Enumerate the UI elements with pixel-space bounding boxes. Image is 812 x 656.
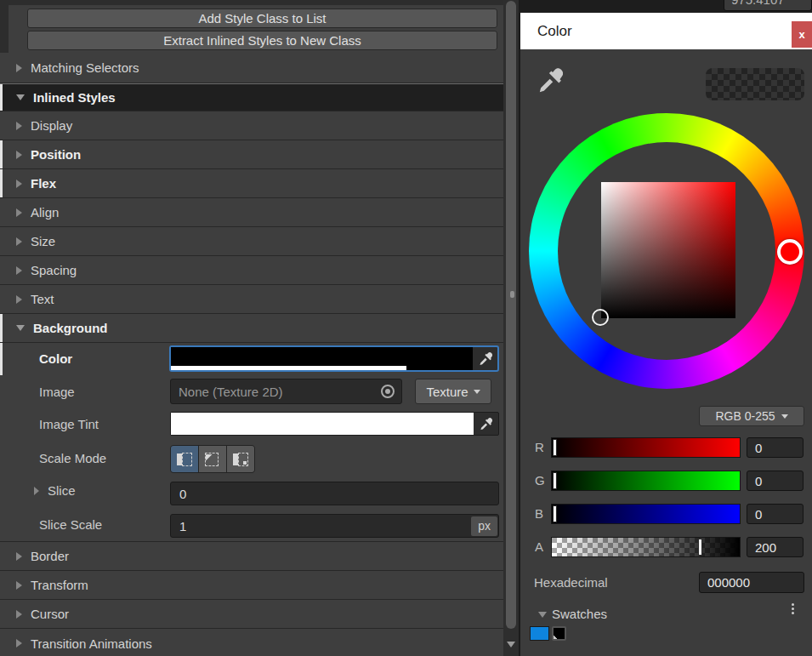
slice-scale-row: Slice Scale 1 px <box>0 510 503 542</box>
scrollbar-thumb[interactable] <box>506 1 516 629</box>
section-label: Cursor <box>31 607 69 621</box>
color-wheel[interactable] <box>529 113 804 389</box>
slider-thumb[interactable] <box>553 505 557 522</box>
add-style-class-button[interactable]: Add Style Class to List <box>27 9 497 28</box>
image-tint-color-field[interactable] <box>170 412 499 436</box>
section-label: Display <box>31 118 72 133</box>
color-mode-dropdown[interactable]: RGB 0-255 <box>699 406 804 426</box>
blue-slider[interactable] <box>551 504 741 524</box>
foldout-arrow-icon <box>16 266 22 275</box>
foldout-arrow-icon <box>16 639 22 647</box>
stretch-to-fill-icon <box>177 453 192 466</box>
slice-scale-label: Slice Scale <box>39 517 102 532</box>
section-position[interactable]: Position <box>0 140 503 169</box>
foldout-arrow-icon <box>16 151 22 159</box>
swatch-blue[interactable] <box>530 626 549 641</box>
slider-thumb[interactable] <box>698 539 702 556</box>
section-text[interactable]: Text <box>0 285 503 314</box>
override-bar <box>0 84 3 111</box>
scale-and-crop-icon <box>233 453 248 466</box>
section-background[interactable]: Background <box>0 314 503 343</box>
foldout-arrow-icon <box>16 64 22 72</box>
slice-value: 0 <box>179 487 498 501</box>
alpha-value-field[interactable]: 200 <box>747 537 803 557</box>
swatch-black-transparent[interactable] <box>552 626 566 641</box>
red-slider[interactable] <box>551 437 741 458</box>
texture-object-field[interactable]: None (Texture 2D) <box>170 379 402 404</box>
slice-scale-input[interactable]: 1 px <box>170 514 499 538</box>
section-matching-selectors[interactable]: Matching Selectors <box>0 53 503 83</box>
window-title-bar[interactable]: Color x <box>520 13 812 49</box>
alpha-slider[interactable] <box>551 537 741 557</box>
style-inspector-panel: Add Style Class to List Extract Inlined … <box>0 0 503 656</box>
section-label: Size <box>31 234 55 248</box>
background-color-field[interactable] <box>169 345 499 372</box>
section-transition-animations[interactable]: Transition Animations <box>0 629 503 656</box>
unit-badge[interactable]: px <box>471 516 497 536</box>
red-label: R <box>535 440 544 454</box>
section-label: Align <box>31 205 59 220</box>
class-buttons-area: Add Style Class to List Extract Inlined … <box>0 5 503 53</box>
section-transform[interactable]: Transform <box>0 571 503 600</box>
section-display[interactable]: Display <box>0 111 503 140</box>
foldout-arrow-icon <box>16 295 22 304</box>
saturation-value-cursor[interactable] <box>592 309 609 326</box>
section-flex[interactable]: Flex <box>0 169 503 198</box>
color-swatch[interactable] <box>171 347 473 370</box>
window-title: Color <box>537 23 572 40</box>
blue-slider-row: B 0 <box>520 504 812 524</box>
chevron-down-icon <box>781 414 788 419</box>
slider-thumb[interactable] <box>553 472 557 489</box>
slice-input[interactable]: 0 <box>170 482 499 505</box>
section-border[interactable]: Border <box>0 542 503 571</box>
swatches-menu-icon[interactable] <box>786 602 798 620</box>
scale-to-fit-icon <box>205 453 220 466</box>
scrollbar-grip[interactable] <box>510 291 514 298</box>
green-slider[interactable] <box>551 471 741 491</box>
foldout-arrow-icon[interactable] <box>34 487 39 495</box>
texture-type-dropdown[interactable]: Texture <box>415 379 491 404</box>
scale-mode-stretch-button[interactable] <box>171 446 198 472</box>
section-inlined-styles[interactable]: Inlined Styles <box>0 83 503 111</box>
saturation-value-square[interactable] <box>601 182 735 318</box>
slider-thumb[interactable] <box>553 439 557 456</box>
section-label: Matching Selectors <box>31 60 139 75</box>
section-label: Background <box>33 321 108 335</box>
foldout-arrow-icon <box>16 94 25 100</box>
swatch-list <box>530 626 566 641</box>
image-tint-row: Image Tint <box>0 409 503 441</box>
clipped-number-field[interactable]: 975.4107 <box>724 0 812 11</box>
red-value-field[interactable]: 0 <box>747 437 803 458</box>
section-label: Border <box>31 549 69 563</box>
scale-mode-row: Scale Mode <box>0 441 503 476</box>
section-cursor[interactable]: Cursor <box>0 600 503 629</box>
scale-mode-crop-button[interactable] <box>227 446 254 472</box>
hue-cursor[interactable] <box>777 239 803 265</box>
object-picker-icon[interactable] <box>381 385 395 398</box>
object-field-value: None (Texture 2D) <box>179 385 381 399</box>
slice-scale-value: 1 <box>179 519 471 533</box>
foldout-arrow-icon <box>16 122 22 130</box>
section-align[interactable]: Align <box>0 198 503 227</box>
section-size[interactable]: Size <box>0 227 503 256</box>
background-color-label: Color <box>39 351 72 366</box>
eyedropper-icon[interactable] <box>473 347 497 370</box>
green-value-field[interactable]: 0 <box>747 471 803 491</box>
eyedropper-icon[interactable] <box>474 413 498 435</box>
eyedropper-icon[interactable] <box>537 68 563 94</box>
foldout-arrow-icon <box>16 208 22 217</box>
foldout-arrow-icon <box>16 552 22 561</box>
close-icon[interactable]: x <box>792 21 812 48</box>
swatches-label: Swatches <box>552 607 607 621</box>
extract-inlined-styles-button[interactable]: Extract Inlined Styles to New Class <box>27 31 497 50</box>
red-slider-row: R 0 <box>520 437 812 458</box>
scale-mode-fit-button[interactable] <box>199 446 226 472</box>
chevron-down-icon <box>474 390 480 394</box>
section-spacing[interactable]: Spacing <box>0 256 503 285</box>
vertical-scrollbar[interactable] <box>503 0 519 656</box>
scroll-down-arrow-icon[interactable] <box>507 642 515 647</box>
override-bar <box>0 343 3 375</box>
hexadecimal-input[interactable]: 000000 <box>699 572 804 593</box>
swatches-header[interactable]: Swatches <box>520 606 812 625</box>
blue-value-field[interactable]: 0 <box>747 504 803 524</box>
